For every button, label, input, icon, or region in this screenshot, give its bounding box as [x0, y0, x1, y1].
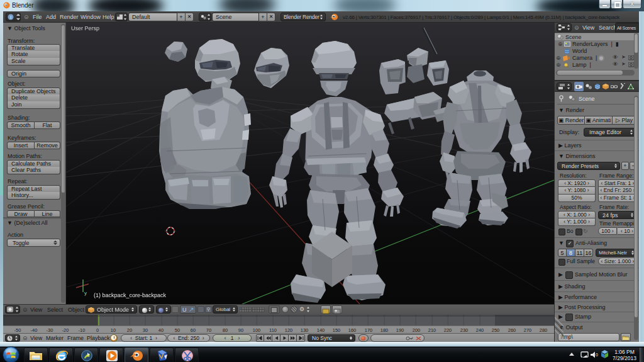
svg-text:0: 0 — [596, 353, 598, 357]
svg-text:User Persp: User Persp — [71, 25, 99, 31]
svg-text:(1) backpack_core-backpack: (1) backpack_core-backpack — [94, 292, 167, 298]
svg-text:y: y — [84, 290, 87, 296]
